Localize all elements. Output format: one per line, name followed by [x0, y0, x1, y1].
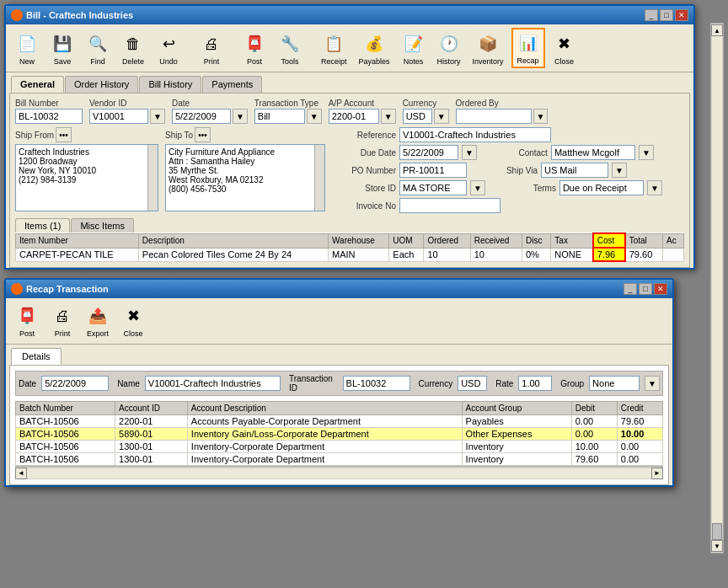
ship-from-button[interactable]: •••	[56, 127, 72, 142]
terms-dropdown[interactable]: ▼	[647, 180, 662, 195]
receipt-button[interactable]: 📋 Receipt	[317, 29, 351, 68]
bill-number-input[interactable]	[15, 109, 83, 124]
tab-general[interactable]: General	[11, 76, 64, 93]
vendor-id-label: Vendor ID	[89, 99, 165, 108]
terms-label: Terms	[495, 184, 556, 193]
recap-bottom-scrollbar[interactable]: ◄ ►	[15, 466, 663, 479]
date-input[interactable]	[172, 109, 231, 124]
receipt-icon: 📋	[322, 32, 345, 56]
currency-dropdown[interactable]: ▼	[434, 109, 449, 124]
minimize-button[interactable]: _	[645, 9, 658, 21]
undo-button[interactable]: ↩ Undo	[153, 29, 185, 68]
find-button[interactable]: 🔍 Find	[82, 29, 114, 68]
recap-header-section: Date Name Transaction ID Currency Rate G…	[15, 371, 663, 396]
recap-col-debit: Debit	[571, 402, 617, 415]
recap-rate-input[interactable]	[518, 376, 552, 391]
terms-input[interactable]	[559, 180, 644, 195]
store-id-input[interactable]	[399, 180, 467, 195]
reference-input[interactable]	[399, 127, 551, 142]
ship-via-dropdown[interactable]: ▼	[612, 163, 627, 178]
notes-button[interactable]: 📝 Notes	[398, 29, 430, 68]
date-dropdown[interactable]: ▼	[233, 109, 248, 124]
tab-payments[interactable]: Payments	[202, 76, 262, 93]
recap-print-button[interactable]: 🖨 Print	[46, 302, 78, 340]
items-tab-items[interactable]: Items (1)	[15, 218, 70, 233]
currency-input[interactable]	[403, 109, 432, 124]
history-button[interactable]: 🕐 History	[433, 29, 465, 68]
po-number-label: PO Number	[335, 166, 396, 175]
contact-dropdown[interactable]: ▼	[639, 145, 654, 160]
store-id-dropdown[interactable]: ▼	[470, 180, 485, 195]
recap-txid-input[interactable]	[343, 376, 410, 391]
contact-input[interactable]	[551, 145, 635, 160]
recap-post-button[interactable]: 📮 Post	[11, 302, 43, 340]
tab-order-history[interactable]: Order History	[65, 76, 138, 93]
recap-group-input[interactable]	[589, 376, 640, 391]
recap-tab-details[interactable]: Details	[11, 348, 62, 365]
scroll-thumb-v	[712, 523, 722, 540]
recap-name-input[interactable]	[145, 376, 281, 391]
recap-button[interactable]: 📊 Recap	[511, 28, 545, 68]
new-button[interactable]: 📄 New	[11, 29, 43, 68]
close-toolbar-label: Close	[554, 57, 574, 66]
scroll-right-button[interactable]: ►	[651, 468, 663, 479]
recap-transaction-window: Recap Transaction _ □ ✕ 📮 Post 🖨 Print 📤…	[4, 278, 674, 487]
recap-export-button[interactable]: 📤 Export	[82, 302, 114, 340]
payables-button[interactable]: 💰 Payables	[355, 29, 394, 68]
save-button[interactable]: 💾 Save	[46, 29, 78, 68]
inventory-button[interactable]: 📦 Inventory	[468, 29, 508, 68]
maximize-button[interactable]: □	[660, 9, 673, 21]
scroll-down-button[interactable]: ▼	[711, 540, 723, 552]
transaction-type-dropdown[interactable]: ▼	[307, 109, 322, 124]
account-id-3: 1300-01	[115, 441, 188, 453]
due-date-input[interactable]	[399, 145, 458, 160]
recap-app-icon	[11, 283, 23, 295]
print-button[interactable]: 🖨 Print	[195, 29, 228, 68]
cost-cell: 7.96	[593, 248, 625, 261]
col-cost: Cost	[593, 233, 625, 248]
transaction-type-input[interactable]	[254, 109, 305, 124]
ap-account-dropdown[interactable]: ▼	[381, 109, 396, 124]
recap-date-input[interactable]	[41, 376, 109, 391]
col-disc: Disc	[522, 233, 550, 248]
delete-button[interactable]: 🗑 Delete	[117, 29, 149, 68]
ordered-by-input[interactable]	[456, 109, 532, 124]
col-total: Total	[625, 233, 663, 248]
due-date-dropdown[interactable]: ▼	[462, 145, 477, 160]
ordered-by-dropdown[interactable]: ▼	[533, 109, 549, 124]
ship-from-scrollbar[interactable]	[147, 145, 158, 211]
account-group-4: Inventory	[462, 453, 571, 466]
close-toolbar-button[interactable]: ✖ Close	[549, 29, 581, 68]
recap-txid-label: Transaction ID	[289, 374, 338, 393]
recap-currency-input[interactable]	[458, 376, 487, 391]
ordered-by-label: Ordered By	[456, 99, 549, 108]
ship-to-scrollbar[interactable]	[314, 145, 324, 211]
undo-label: Undo	[159, 57, 178, 66]
close-toolbar-icon: ✖	[553, 32, 576, 56]
account-group-3: Inventory	[462, 441, 571, 453]
vendor-id-input[interactable]	[89, 109, 148, 124]
ap-account-input[interactable]	[329, 109, 379, 124]
ship-to-button[interactable]: •••	[195, 127, 211, 142]
col-warehouse: Warehouse	[329, 233, 389, 248]
po-number-input[interactable]	[399, 163, 467, 178]
inventory-label: Inventory	[473, 57, 504, 66]
scroll-up-button[interactable]: ▲	[711, 24, 723, 36]
tools-button[interactable]: 🔧 Tools	[274, 29, 306, 68]
recap-close-toolbar-button[interactable]: ✖ Close	[117, 302, 149, 340]
recap-minimize-button[interactable]: _	[624, 283, 637, 295]
received-cell: 10	[470, 248, 522, 261]
recap-maximize-button[interactable]: □	[639, 283, 652, 295]
close-window-button[interactable]: ✕	[675, 9, 688, 21]
account-desc-4: Inventory-Corporate Department	[187, 453, 462, 466]
tab-bill-history[interactable]: Bill History	[139, 76, 201, 93]
recap-close-button[interactable]: ✕	[654, 283, 667, 295]
invoice-no-input[interactable]	[399, 198, 500, 213]
ship-via-input[interactable]	[541, 163, 608, 178]
post-button[interactable]: 📮 Post	[238, 29, 270, 68]
scroll-left-button[interactable]: ◄	[15, 468, 27, 479]
ship-from-text: Craftech Industries 1200 Broadway New Yo…	[19, 147, 155, 184]
items-tab-misc[interactable]: Misc Items	[71, 218, 134, 233]
recap-group-dropdown[interactable]: ▼	[645, 376, 660, 391]
vendor-id-dropdown[interactable]: ▼	[150, 109, 165, 124]
